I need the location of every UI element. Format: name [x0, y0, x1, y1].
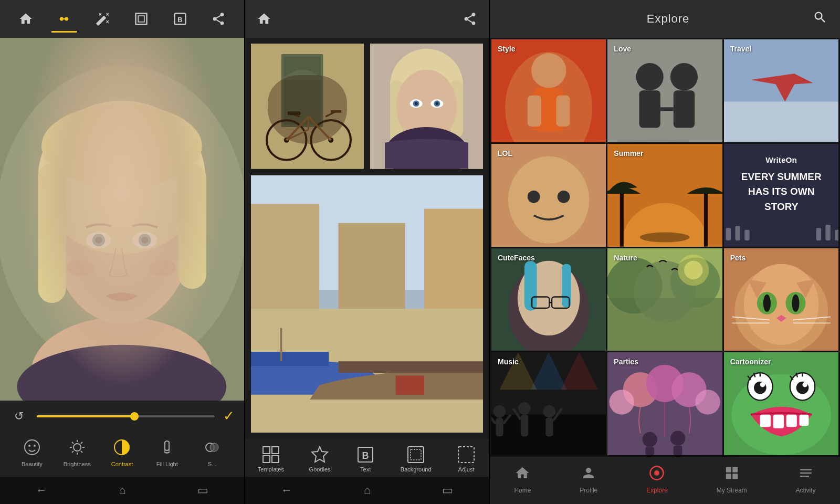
templates-label: Templates	[258, 466, 284, 472]
svg-point-39	[210, 443, 218, 452]
filllight-tool[interactable]: Fill Light	[144, 430, 190, 471]
cartoonizer-label: Cartoonizer	[730, 358, 771, 366]
recents-button-1[interactable]: ▭	[187, 479, 219, 501]
nav-explore[interactable]: Explore	[640, 461, 674, 498]
svg-line-32	[72, 442, 74, 444]
svg-rect-4	[138, 16, 144, 22]
templates-tool[interactable]: Templates	[253, 443, 289, 475]
svg-line-48	[287, 117, 309, 140]
grid-cell-love[interactable]: Love	[607, 39, 722, 142]
svg-point-172	[696, 390, 720, 414]
back-button-2[interactable]: ←	[270, 479, 303, 501]
slider-thumb[interactable]	[130, 412, 139, 421]
grid-cell-parties[interactable]: Parties	[607, 352, 722, 455]
recents-button-2[interactable]: ▭	[432, 479, 464, 501]
adjust-button[interactable]	[51, 6, 77, 32]
svg-rect-121	[726, 228, 730, 240]
svg-point-16	[86, 232, 111, 248]
shadows-tool[interactable]: S...	[190, 430, 235, 471]
collage-cell-bike[interactable]	[249, 42, 365, 171]
svg-rect-97	[528, 96, 541, 127]
svg-point-15	[41, 104, 202, 187]
svg-rect-83	[395, 375, 424, 394]
editor-toolbar: B	[0, 0, 244, 38]
grid-cell-lol[interactable]: LOL	[491, 144, 606, 247]
nav-home[interactable]: Home	[508, 461, 537, 498]
adjust2-icon	[456, 445, 476, 465]
grid-cell-cutefaces[interactable]: CuteFaces	[491, 248, 606, 351]
text-tool[interactable]: B Text	[350, 443, 381, 475]
beautify-icon	[20, 436, 44, 459]
svg-rect-106	[724, 102, 838, 142]
contrast-tool[interactable]: Contrast	[100, 430, 145, 471]
grid-cell-pets[interactable]: Pets	[724, 248, 838, 351]
svg-point-65	[415, 102, 418, 105]
explore-nav-label-text: Explore	[646, 487, 668, 494]
filllight-icon	[155, 436, 178, 459]
share-button[interactable]	[206, 6, 231, 32]
svg-point-10	[17, 345, 227, 401]
svg-rect-182	[799, 415, 808, 426]
music-label: Music	[498, 358, 519, 366]
goodies-icon	[310, 445, 330, 465]
svg-point-45	[284, 138, 289, 143]
grid-cell-writeon[interactable]: WriteOn EVERY SUMMER HAS ITS OWN STORY	[724, 144, 838, 247]
frame-button[interactable]	[129, 6, 154, 32]
home-nav-label: Home	[514, 487, 531, 494]
svg-point-27	[74, 444, 81, 451]
controls-panel: ↺ ✓ Beautify	[0, 401, 244, 477]
bold-button[interactable]: B	[167, 6, 193, 32]
home-nav-2[interactable]: ⌂	[353, 479, 381, 501]
grid-cell-nature[interactable]: Nature	[607, 248, 722, 351]
brightness-tool[interactable]: Brightness	[55, 430, 100, 471]
svg-point-188	[802, 382, 807, 387]
svg-rect-122	[735, 226, 740, 240]
nav-activity[interactable]: Activity	[790, 461, 822, 498]
svg-point-109	[528, 191, 540, 203]
svg-text:B: B	[362, 450, 369, 461]
collage-cell-girl[interactable]	[369, 42, 485, 171]
adjust2-tool[interactable]: Adjust	[451, 443, 481, 475]
background-label: Background	[401, 466, 432, 472]
grid-cell-music[interactable]: Music	[491, 352, 606, 455]
filllight-label: Fill Light	[156, 461, 178, 467]
tools-row: Beautify Brightness	[9, 430, 235, 471]
home-button[interactable]	[13, 6, 38, 32]
boats-image	[251, 175, 483, 433]
svg-rect-124	[816, 228, 821, 240]
back-button-1[interactable]: ←	[25, 479, 58, 501]
explore-title: Explore	[647, 12, 690, 26]
confirm-button[interactable]: ✓	[223, 408, 235, 424]
collage-cell-boats[interactable]	[249, 174, 485, 434]
collage-home-button[interactable]	[251, 6, 277, 32]
svg-rect-71	[251, 204, 319, 309]
brightness-slider[interactable]	[37, 415, 215, 417]
undo-button[interactable]: ↺	[9, 410, 28, 423]
svg-rect-201	[800, 469, 812, 470]
slider-row: ↺ ✓	[9, 408, 235, 424]
svg-rect-92	[458, 447, 474, 463]
magic-button[interactable]	[90, 6, 116, 32]
grid-cell-summer[interactable]: Summer	[607, 144, 722, 247]
svg-rect-176	[674, 446, 682, 455]
panel-collage: Templates Goodies B Text	[245, 0, 490, 504]
grid-cell-travel[interactable]: Travel	[724, 39, 838, 142]
svg-rect-174	[646, 447, 655, 455]
goodies-tool[interactable]: Goodies	[304, 443, 336, 475]
nav-profile[interactable]: Profile	[573, 461, 604, 498]
background-tool[interactable]: Background	[395, 443, 437, 475]
svg-rect-130	[524, 260, 537, 310]
svg-point-164	[543, 405, 555, 418]
svg-rect-85	[272, 447, 279, 454]
grid-cell-cartoonizer[interactable]: Cartoonizer	[724, 352, 838, 455]
cutefaces-label: CuteFaces	[498, 254, 535, 262]
search-button[interactable]	[813, 10, 827, 28]
svg-rect-123	[744, 229, 749, 240]
home-nav-1[interactable]: ⌂	[108, 479, 136, 501]
explore-header: Explore	[490, 0, 840, 38]
beautify-tool[interactable]: Beautify	[9, 430, 55, 471]
grid-cell-style[interactable]: Style	[491, 39, 606, 142]
collage-share-button[interactable]	[457, 6, 482, 32]
nav-mystream[interactable]: My Stream	[710, 461, 753, 498]
svg-point-115	[640, 232, 690, 242]
